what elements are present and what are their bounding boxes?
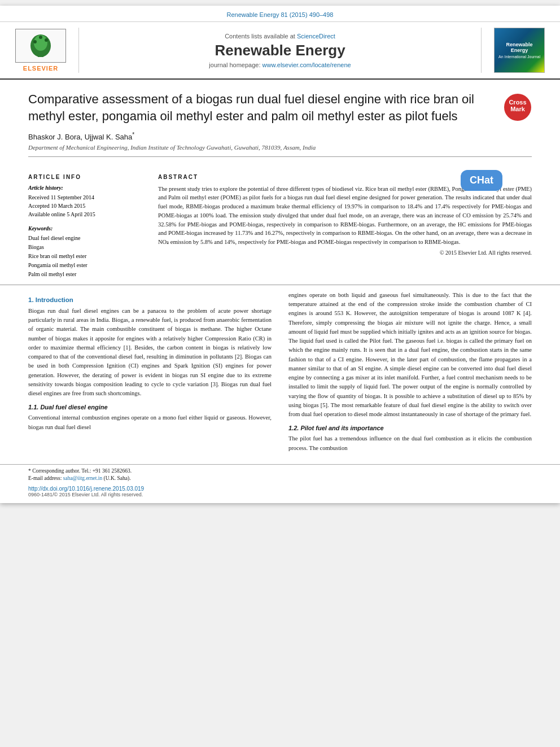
subsec1-title: 1.1. Dual fuel diesel engine: [28, 404, 272, 410]
journal-cover-image: Renewable Energy An International Journa…: [494, 28, 545, 73]
article-divider: [28, 156, 532, 157]
sciencedirect-link[interactable]: ScienceDirect: [297, 33, 335, 40]
authors-text: Bhaskor J. Bora, Ujjwal K. Saha*: [28, 133, 134, 141]
svg-point-4: [45, 38, 48, 42]
doi-link[interactable]: http://dx.doi.org/10.1016/j.renene.2015.…: [28, 486, 532, 492]
authors: Bhaskor J. Bora, Ujjwal K. Saha*: [28, 131, 532, 141]
journal-title: Renewable Energy: [215, 42, 345, 59]
email-link[interactable]: saha@iitg.ernet.in: [63, 475, 102, 481]
history-heading: Article history:: [28, 185, 147, 191]
journal-right: Renewable Energy An International Journa…: [481, 28, 549, 73]
corresponding-text: * Corresponding author. Tel.: +91 361 25…: [28, 468, 132, 474]
intro-section-title: 1. Introduction: [28, 296, 272, 303]
subsec2-text: The pilot fuel has a tremendous influenc…: [288, 434, 532, 453]
svg-point-3: [33, 40, 37, 43]
issn-line: 0960-1481/© 2015 Elsevier Ltd. All right…: [28, 492, 532, 497]
copyright-line: © 2015 Elsevier Ltd. All rights reserved…: [158, 250, 532, 256]
journal-reference[interactable]: Renewable Energy 81 (2015) 490–498: [227, 11, 334, 18]
article-info-heading: ARTICLE INFO: [28, 174, 147, 180]
body-left: 1. Introduction Biogas run dual fuel die…: [28, 291, 272, 453]
elsevier-text: ELSEVIER: [23, 65, 58, 72]
journal-header: ELSEVIER Contents lists available at Sci…: [0, 22, 560, 80]
corresponding-note: * Corresponding author. Tel.: +91 361 25…: [28, 468, 532, 475]
subsec1-number: 1.1.: [28, 404, 38, 410]
contents-text: Contents lists available at: [225, 33, 297, 40]
article-title: Comparative assessment of a biogas run d…: [28, 91, 495, 124]
keyword5: Palm oil methyl ester: [28, 270, 147, 279]
right-intro-text: engines operate on both liquid and gaseo…: [288, 291, 532, 420]
accepted-date: Accepted 10 March 2015: [28, 202, 147, 210]
top-bar: Renewable Energy 81 (2015) 490–498: [0, 6, 560, 22]
subsec1-title-text: Dual fuel diesel engine: [40, 404, 107, 410]
keyword2: Biogas: [28, 243, 147, 252]
homepage-url[interactable]: www.elsevier.com/locate/renene: [262, 62, 351, 68]
body-right: engines operate on both liquid and gaseo…: [288, 291, 532, 453]
keyword1: Dual fuel diesel engine: [28, 234, 147, 243]
body-two-col: 1. Introduction Biogas run dual fuel die…: [28, 291, 532, 453]
cover-title: Renewable Energy: [497, 42, 542, 53]
keyword3: Rice bran oil methyl ester: [28, 252, 147, 261]
keyword4: Pongamia oil methyl ester: [28, 261, 147, 270]
cover-subtitle: An International Journal: [498, 55, 540, 59]
journal-center: Contents lists available at ScienceDirec…: [85, 28, 475, 73]
crossmark-badge[interactable]: Cross Mark: [504, 93, 532, 121]
sciencedirect-line: Contents lists available at ScienceDirec…: [225, 33, 335, 40]
svg-point-5: [39, 36, 42, 39]
footer-section: * Corresponding author. Tel.: +91 361 25…: [0, 464, 560, 503]
available-date: Available online 5 April 2015: [28, 210, 147, 219]
subsec2-title-text: Pilot fuel and its importance: [300, 425, 383, 431]
intro-number: 1.: [28, 296, 34, 303]
email-label: E-mail address:: [28, 475, 63, 481]
homepage-line: journal homepage: www.elsevier.com/locat…: [209, 62, 351, 68]
body-content: 1. Introduction Biogas run dual fuel die…: [0, 285, 560, 458]
homepage-text: journal homepage:: [209, 62, 262, 68]
email-suffix: (U.K. Saha).: [104, 475, 131, 481]
subsec1-text: Conventional internal combustion engines…: [28, 413, 272, 432]
intro-title-text: Introduction: [36, 296, 73, 303]
svg-text:Cross: Cross: [509, 99, 526, 106]
svg-text:Mark: Mark: [510, 106, 526, 112]
left-col: ARTICLE INFO Article history: Received 1…: [28, 174, 147, 279]
chat-bubble[interactable]: CHat: [461, 170, 502, 191]
article-section: Comparative assessment of a biogas run d…: [0, 80, 560, 168]
article-history: Article history: Received 11 September 2…: [28, 185, 147, 219]
subsec2-number: 1.2.: [288, 425, 299, 431]
keywords-heading: Keywords:: [28, 225, 147, 231]
received-date: Received 11 September 2014: [28, 193, 147, 202]
elsevier-logo-image: [15, 29, 66, 63]
subsec2-title: 1.2. Pilot fuel and its importance: [288, 425, 532, 431]
affiliation: Department of Mechanical Engineering, In…: [28, 144, 532, 151]
keywords-section: Keywords: Dual fuel diesel engine Biogas…: [28, 225, 147, 279]
article-title-row: Comparative assessment of a biogas run d…: [28, 91, 532, 124]
elsevier-logo: ELSEVIER: [11, 28, 79, 73]
doi-text: http://dx.doi.org/10.1016/j.renene.2015.…: [28, 486, 144, 492]
abstract-text: The present study tries to explore the p…: [158, 185, 532, 247]
intro-text: Biogas run dual fuel diesel engines can …: [28, 307, 272, 399]
email-line: E-mail address: saha@iitg.ernet.in (U.K.…: [28, 475, 532, 482]
